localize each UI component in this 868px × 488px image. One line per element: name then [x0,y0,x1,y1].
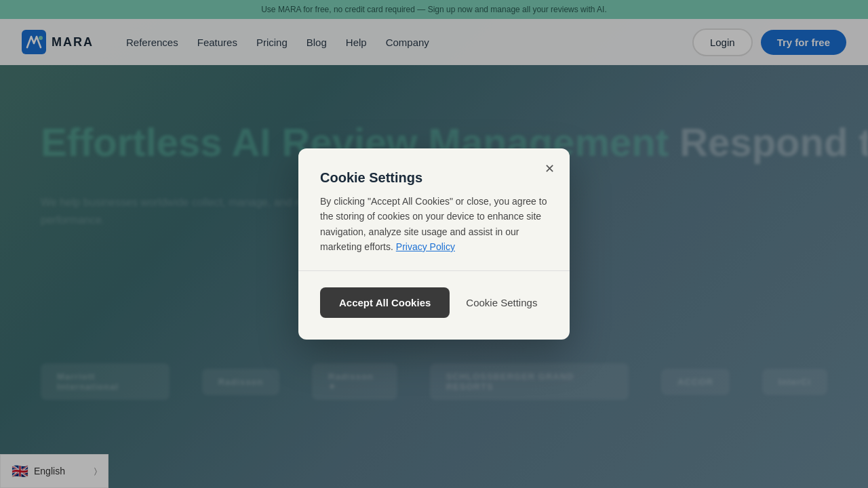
cookie-modal: ✕ Cookie Settings By clicking "Accept Al… [298,148,570,340]
modal-body: By clicking "Accept All Cookies" or clos… [320,194,548,255]
accept-all-cookies-button[interactable]: Accept All Cookies [320,287,450,318]
cookie-settings-button[interactable]: Cookie Settings [466,297,537,308]
modal-divider [298,270,570,271]
modal-close-button[interactable]: ✕ [540,159,559,178]
privacy-policy-link[interactable]: Privacy Policy [396,241,455,252]
modal-overlay: ✕ Cookie Settings By clicking "Accept Al… [0,0,868,488]
modal-title: Cookie Settings [320,170,548,186]
modal-actions: Accept All Cookies Cookie Settings [320,287,548,318]
